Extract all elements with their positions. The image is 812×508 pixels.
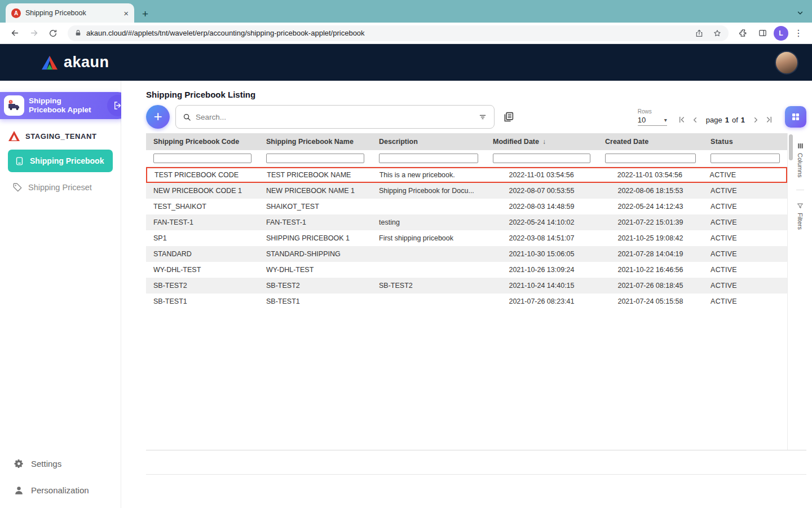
favicon-icon: A [11, 8, 21, 18]
sidebar-item-shipping-pricebook[interactable]: Shipping Pricebook [8, 150, 113, 172]
table-row[interactable]: TEST_SHAIKOTSHAIKOT_TEST2022-08-03 14:48… [146, 199, 787, 214]
table-row[interactable]: FAN-TEST-1FAN-TEST-1testing2022-05-24 14… [146, 214, 787, 230]
table-cell: This is a new pricebook. [372, 171, 486, 179]
bookmark-star-icon[interactable] [713, 29, 722, 38]
table-row[interactable]: SB-TEST2SB-TEST2SB-TEST22021-10-24 14:40… [146, 278, 787, 294]
table-row[interactable]: NEW PRICEBOOK CODE 1NEW PRICEBOOK NAME 1… [146, 183, 787, 199]
table-row-selected[interactable]: TEST PRICEBOOK CODETEST PRICEBOOK NAMETh… [146, 167, 787, 183]
sidebar-item-label: Shipping Priceset [28, 183, 92, 192]
filter-input[interactable] [266, 154, 364, 163]
table-cell: ACTIVE [703, 171, 787, 179]
sidebar: Shipping Pricebook Applet STAGING_TENANT [0, 81, 121, 508]
table-cell: 2021-07-24 05:15:58 [598, 297, 703, 305]
table-cell: 2022-03-08 14:51:07 [486, 234, 598, 242]
personalization-button[interactable]: Personalization [0, 480, 121, 500]
back-icon[interactable] [7, 25, 23, 41]
applet-title: Shipping Pricebook Applet [29, 97, 103, 115]
rows-per-page-select[interactable]: 10 ▾ [638, 116, 667, 126]
tenant-selector[interactable]: STAGING_TENANT [8, 130, 121, 142]
browser-menu-icon[interactable]: ⋮ [792, 28, 805, 38]
filters-panel-tab[interactable]: Filters [797, 203, 804, 230]
table-cell: ACTIVE [703, 203, 787, 211]
prev-page-icon[interactable] [691, 116, 699, 124]
new-tab-button[interactable]: + [142, 8, 148, 19]
table-row[interactable]: SB-TEST1SB-TEST12021-07-26 08:23:412021-… [146, 294, 787, 309]
column-header-sorted[interactable]: Modified Date↓ [486, 138, 598, 146]
extensions-puzzle-icon[interactable] [735, 25, 751, 41]
column-header[interactable]: Shipping Pricebook Code [146, 138, 259, 146]
sidebar-item-label: Shipping Pricebook [30, 156, 104, 165]
table-cell: 2022-08-07 00:53:55 [486, 187, 598, 195]
share-icon[interactable] [695, 29, 704, 38]
duplicate-list-icon[interactable] [502, 111, 514, 123]
columns-panel-tab[interactable]: Columns [797, 142, 804, 177]
table-cell: 2021-07-26 08:23:41 [486, 297, 598, 305]
pricebook-icon [15, 156, 24, 166]
browser-profile-avatar[interactable]: L [774, 26, 788, 41]
person-icon [14, 485, 24, 496]
shipping-truck-icon [4, 95, 24, 116]
table-cell: FAN-TEST-1 [146, 218, 259, 226]
search-box[interactable] [175, 105, 495, 129]
table-cell: 2022-08-03 14:48:59 [486, 203, 598, 211]
table-row[interactable]: SP1SHIPPING PRICEBOOK 1First shipping pr… [146, 230, 787, 246]
akaun-logo-icon [41, 55, 59, 71]
search-input[interactable] [196, 113, 474, 121]
scrollbar-thumb[interactable] [789, 134, 793, 160]
side-panel-icon[interactable] [754, 25, 770, 41]
rail-divider [796, 190, 804, 190]
table-row[interactable]: WY-DHL-TESTWY-DHL-TEST2021-10-26 13:09:2… [146, 262, 787, 278]
column-header[interactable]: Created Date [598, 138, 703, 146]
next-page-icon[interactable] [752, 116, 760, 124]
grid-icon [791, 112, 801, 122]
filter-input[interactable] [153, 154, 251, 163]
table-cell: 2022-11-01 03:54:56 [486, 171, 597, 179]
table-cell: WY-DHL-TEST [146, 266, 259, 274]
url-bar[interactable]: akaun.cloud/#/applets/tnt/wavelet/erp/ac… [68, 25, 729, 41]
akaun-logo: akaun [41, 54, 109, 71]
grid-view-button[interactable] [785, 106, 806, 128]
filter-funnel-icon[interactable] [478, 112, 487, 121]
column-header[interactable]: Description [372, 138, 486, 146]
tenant-logo-icon [8, 130, 20, 142]
sort-desc-icon[interactable]: ↓ [542, 138, 546, 146]
tag-icon [12, 182, 23, 192]
tenant-name: STAGING_TENANT [25, 132, 97, 141]
last-page-icon[interactable] [765, 115, 774, 124]
url-text[interactable]: akaun.cloud/#/applets/tnt/wavelet/erp/ac… [86, 29, 690, 37]
filter-input[interactable] [493, 154, 590, 163]
table-cell: 2022-08-06 18:15:53 [598, 187, 703, 195]
browser-tab[interactable]: A Shipping Pricebook × [6, 3, 134, 23]
first-page-icon[interactable] [677, 115, 686, 124]
forward-icon[interactable] [26, 25, 42, 41]
page-indicator: page1of1 [706, 116, 745, 124]
column-header[interactable]: Status [703, 138, 787, 146]
filter-input[interactable] [379, 154, 478, 163]
tab-title: Shipping Pricebook [25, 9, 119, 17]
table-cell: STANDARD [146, 250, 259, 258]
filter-input[interactable] [605, 154, 696, 163]
filter-input[interactable] [710, 154, 780, 163]
add-pricebook-button[interactable]: + [146, 105, 170, 129]
table-cell: FAN-TEST-1 [259, 218, 372, 226]
table-cell: ACTIVE [703, 282, 787, 290]
user-avatar[interactable] [775, 51, 798, 75]
settings-button[interactable]: Settings [0, 454, 121, 474]
table-cell: 2021-07-28 14:04:19 [598, 250, 703, 258]
table-cell: 2021-10-24 14:40:15 [486, 282, 598, 290]
table-cell: Shipping Pricebook for Docu... [372, 187, 486, 195]
tabstrip-chevron-icon[interactable] [796, 9, 804, 17]
sidebar-item-shipping-priceset[interactable]: Shipping Priceset [12, 182, 121, 192]
table-row[interactable]: STANDARDSTANDARD-SHIPPING2021-10-30 15:0… [146, 246, 787, 262]
toolbar: + [146, 105, 806, 129]
table-cell: SB-TEST2 [259, 282, 372, 290]
refresh-icon[interactable] [45, 25, 61, 41]
column-header[interactable]: Shipping Pricebook Name [259, 138, 372, 146]
tab-close-icon[interactable]: × [123, 9, 129, 17]
table-cell: NEW PRICEBOOK NAME 1 [259, 187, 372, 195]
table-cell: 2021-10-22 16:46:56 [598, 266, 703, 274]
browser-window: A Shipping Pricebook × + akaun.cloud/#/a… [0, 0, 812, 508]
pagination: page1of1 [677, 115, 774, 124]
vertical-scrollbar[interactable] [787, 133, 794, 450]
applet-banner[interactable]: Shipping Pricebook Applet [0, 92, 131, 119]
